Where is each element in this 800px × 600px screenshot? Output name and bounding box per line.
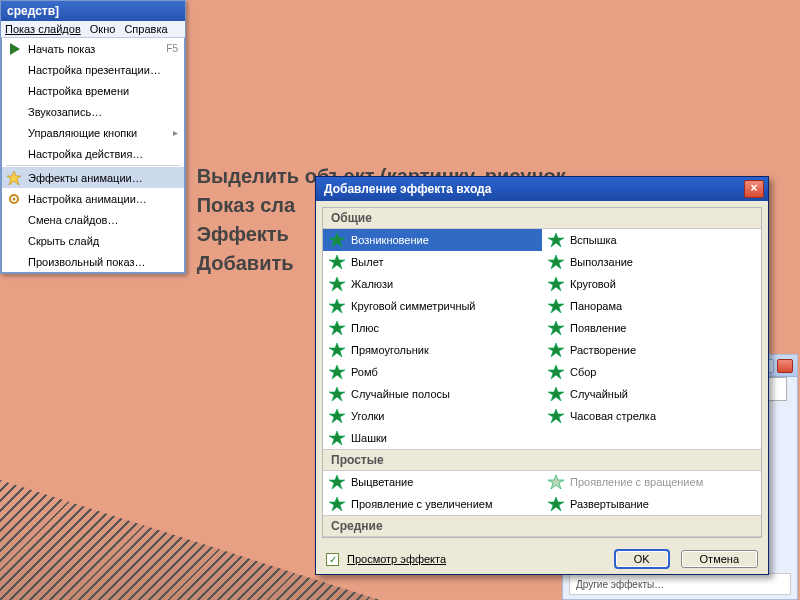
svg-marker-24 — [548, 475, 564, 489]
menubar[interactable]: Показ слайдов Окно Справка — [1, 21, 185, 38]
menu-item[interactable]: Настройка действия… — [2, 143, 184, 164]
effect-item: Проявление с вращением — [542, 471, 761, 493]
svg-marker-0 — [10, 43, 20, 55]
window-title: средств] — [1, 1, 185, 21]
svg-marker-10 — [329, 299, 345, 313]
star-icon — [548, 233, 564, 247]
effect-item[interactable]: Выцветание — [323, 471, 542, 493]
menu-item[interactable]: Настройка анимации… — [2, 188, 184, 209]
effect-item[interactable]: Случайные полосы — [323, 383, 542, 405]
star-icon — [329, 343, 345, 357]
svg-marker-18 — [329, 387, 345, 401]
effect-item[interactable]: Случайный — [542, 383, 761, 405]
effect-item[interactable]: Растворение — [542, 339, 761, 361]
star-icon — [329, 387, 345, 401]
section-header: Общие — [323, 208, 761, 229]
svg-marker-21 — [548, 409, 564, 423]
svg-marker-5 — [548, 233, 564, 247]
effect-item[interactable]: Круговой — [542, 273, 761, 295]
dialog-titlebar[interactable]: Добавление эффекта входа × — [316, 177, 768, 201]
star-icon — [329, 365, 345, 379]
svg-marker-6 — [329, 255, 345, 269]
star-icon — [548, 255, 564, 269]
svg-marker-23 — [329, 475, 345, 489]
svg-marker-26 — [548, 497, 564, 511]
svg-marker-12 — [329, 321, 345, 335]
effect-item[interactable]: Сбор — [542, 361, 761, 383]
cancel-button[interactable]: Отмена — [681, 550, 758, 568]
effect-item[interactable]: Возникновение — [323, 229, 542, 251]
ok-button[interactable]: OK — [615, 550, 669, 568]
star-icon — [548, 299, 564, 313]
menu-item[interactable]: Звукозапись… — [2, 101, 184, 122]
effect-item[interactable]: Часовая стрелка — [542, 405, 761, 427]
star-icon — [329, 277, 345, 291]
svg-marker-1 — [7, 171, 21, 185]
star-icon — [548, 475, 564, 489]
star-icon — [548, 321, 564, 335]
svg-marker-8 — [329, 277, 345, 291]
star-icon — [548, 387, 564, 401]
svg-point-3 — [13, 197, 16, 200]
dialog-footer: ✓ Просмотр эффекта OK Отмена — [316, 544, 768, 574]
effect-item[interactable]: Вспышка — [542, 229, 761, 251]
effect-item[interactable]: Уголки — [323, 405, 542, 427]
star-icon — [548, 409, 564, 423]
close-button[interactable] — [777, 359, 793, 373]
svg-marker-9 — [548, 277, 564, 291]
menu-window[interactable]: Окно — [90, 23, 116, 35]
effect-item[interactable]: Вылет — [323, 251, 542, 273]
effect-item[interactable]: Развертывание — [542, 493, 761, 515]
menu-help[interactable]: Справка — [124, 23, 167, 35]
effect-item[interactable]: Жалюзи — [323, 273, 542, 295]
menu-item[interactable]: Настройка времени — [2, 80, 184, 101]
svg-marker-14 — [329, 343, 345, 357]
star-icon — [329, 299, 345, 313]
svg-marker-4 — [329, 233, 345, 247]
star-icon — [548, 497, 564, 511]
svg-marker-16 — [329, 365, 345, 379]
svg-marker-13 — [548, 321, 564, 335]
svg-marker-7 — [548, 255, 564, 269]
preview-checkbox[interactable]: ✓ — [326, 553, 339, 566]
effect-item[interactable]: Плюс — [323, 317, 542, 339]
svg-marker-20 — [329, 409, 345, 423]
menu-item[interactable]: Эффекты анимации… — [2, 167, 184, 188]
star-icon — [329, 475, 345, 489]
add-entrance-effect-dialog: Добавление эффекта входа × ОбщиеВозникно… — [315, 176, 769, 575]
star-icon — [548, 365, 564, 379]
star-icon — [548, 343, 564, 357]
menu-slideshow[interactable]: Показ слайдов — [5, 23, 81, 35]
star-icon — [329, 497, 345, 511]
menu-item[interactable]: Начать показF5 — [2, 38, 184, 59]
effect-item[interactable]: Прямоугольник — [323, 339, 542, 361]
slideshow-menu-window: средств] Показ слайдов Окно Справка Нача… — [0, 0, 186, 274]
menu-item[interactable]: Настройка презентации… — [2, 59, 184, 80]
slideshow-dropdown-menu: Начать показF5Настройка презентации…Наст… — [1, 38, 185, 273]
effect-item[interactable]: Появление — [542, 317, 761, 339]
more-effects-link[interactable]: Другие эффекты… — [569, 573, 791, 595]
effect-item[interactable]: Круговой симметричный — [323, 295, 542, 317]
svg-marker-25 — [329, 497, 345, 511]
star-icon — [548, 277, 564, 291]
section-header: Средние — [323, 515, 761, 537]
close-icon[interactable]: × — [744, 180, 764, 198]
star-icon — [329, 431, 345, 445]
menu-item[interactable]: Произвольный показ… — [2, 251, 184, 272]
effect-item[interactable]: Проявление с увеличением — [323, 493, 542, 515]
effect-item[interactable]: Панорама — [542, 295, 761, 317]
menu-item[interactable]: Скрыть слайд — [2, 230, 184, 251]
effect-item[interactable]: Выползание — [542, 251, 761, 273]
dialog-title: Добавление эффекта входа — [324, 182, 491, 196]
preview-label[interactable]: Просмотр эффекта — [347, 553, 446, 565]
star-icon — [329, 233, 345, 247]
effect-item[interactable]: Ромб — [323, 361, 542, 383]
effect-item[interactable]: Шашки — [323, 427, 542, 449]
svg-marker-15 — [548, 343, 564, 357]
star-icon — [329, 255, 345, 269]
menu-item[interactable]: Смена слайдов… — [2, 209, 184, 230]
section-header: Простые — [323, 449, 761, 471]
svg-marker-19 — [548, 387, 564, 401]
menu-item[interactable]: Управляющие кнопки▸ — [2, 122, 184, 143]
star-icon — [329, 409, 345, 423]
